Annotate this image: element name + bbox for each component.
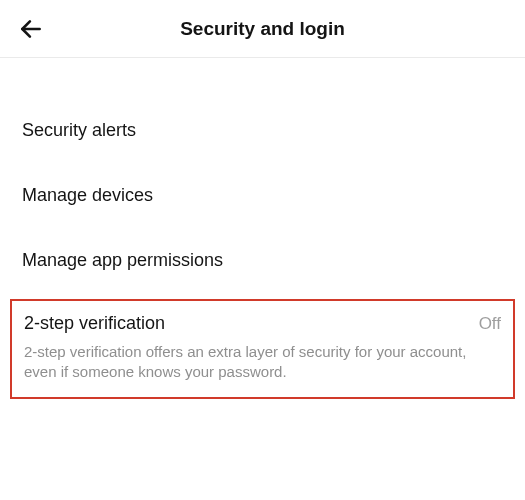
back-button[interactable] bbox=[18, 16, 44, 42]
security-alerts-row[interactable]: Security alerts bbox=[0, 98, 525, 163]
header-bar: Security and login bbox=[0, 0, 525, 58]
settings-list: Security alerts Manage devices Manage ap… bbox=[0, 58, 525, 399]
two-step-verification-row[interactable]: 2-step verification Off 2-step verificat… bbox=[10, 299, 515, 399]
page-title: Security and login bbox=[0, 18, 525, 40]
manage-app-permissions-label: Manage app permissions bbox=[22, 250, 503, 271]
security-alerts-label: Security alerts bbox=[22, 120, 503, 141]
manage-devices-label: Manage devices bbox=[22, 185, 503, 206]
manage-app-permissions-row[interactable]: Manage app permissions bbox=[0, 228, 525, 293]
two-step-header: 2-step verification Off bbox=[24, 313, 501, 334]
arrow-left-icon bbox=[18, 16, 44, 42]
two-step-description: 2-step verification offers an extra laye… bbox=[24, 342, 501, 383]
two-step-label: 2-step verification bbox=[24, 313, 165, 334]
two-step-status: Off bbox=[479, 314, 501, 334]
manage-devices-row[interactable]: Manage devices bbox=[0, 163, 525, 228]
